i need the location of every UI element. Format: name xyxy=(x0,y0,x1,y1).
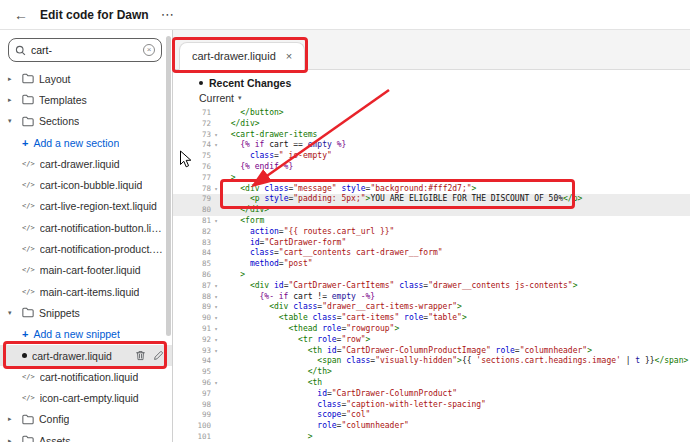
file-item-cart-drawer-liquid[interactable]: </>cart-drawer.liquid xyxy=(0,153,172,174)
fold-chevron-icon[interactable]: ▾ xyxy=(211,302,221,313)
file-item-icon-cart-empty-liquid[interactable]: </>icon-cart-empty.liquid xyxy=(0,387,172,408)
file-item-cart-notification-liquid[interactable]: </>cart-notification.liquid xyxy=(0,366,172,387)
code-line-94[interactable]: 94 <span class="visually-hidden">{{ 'sec… xyxy=(173,356,690,367)
code-text: > xyxy=(221,432,313,442)
code-text: <th id="CartDrawer-ColumnProductImage" r… xyxy=(221,346,592,357)
folder-item-templates[interactable]: ▸Templates xyxy=(0,89,172,110)
code-line-76[interactable]: 76 {% endif %} xyxy=(173,162,690,173)
code-line-79[interactable]: 79 <p style="padding: 5px;">YOU ARE ELIG… xyxy=(173,194,690,205)
close-tab-icon[interactable]: × xyxy=(286,50,292,62)
line-number: 86 xyxy=(187,270,211,281)
code-line-98[interactable]: 98 class="caption-with-letter-spacing" xyxy=(173,400,690,411)
fold-chevron-icon[interactable]: ▾ xyxy=(211,324,221,335)
fold-chevron-icon[interactable]: ▾ xyxy=(211,140,221,151)
fold-gutter xyxy=(211,356,221,367)
file-item-cart-live-region-text-liquid[interactable]: </>cart-live-region-text.liquid xyxy=(0,196,172,217)
code-line-97[interactable]: 97 id="CartDrawer-ColumnProduct" xyxy=(173,389,690,400)
folder-item-snippets[interactable]: ▾Snippets xyxy=(0,302,172,323)
code-line-73[interactable]: 73▾ <cart-drawer-items xyxy=(173,130,690,141)
code-line-74[interactable]: 74▾ {% if cart == empty %} xyxy=(173,140,690,151)
file-item-cart-notification-button-liquid[interactable]: </>cart-notification-button.liquid xyxy=(0,217,172,238)
file-item-cart-icon-bubble-liquid[interactable]: </>cart-icon-bubble.liquid xyxy=(0,174,172,195)
code-line-90[interactable]: 90▾ <table class="cart-items" role="tabl… xyxy=(173,313,690,324)
code-line-82[interactable]: 82 action="{{ routes.cart_url }}" xyxy=(173,227,690,238)
rename-file-icon[interactable] xyxy=(153,350,164,361)
code-line-85[interactable]: 85 method="post" xyxy=(173,259,690,270)
code-text: id="CartDrawer-form" xyxy=(221,238,346,249)
version-selector[interactable]: Current ▾ xyxy=(199,92,690,104)
code-line-91[interactable]: 91▾ <thead role="rowgroup"> xyxy=(173,324,690,335)
item-label: main-cart-footer.liquid xyxy=(40,264,141,276)
fold-chevron-icon[interactable]: ▾ xyxy=(211,335,221,346)
item-label: Add a new snippet xyxy=(33,328,119,340)
item-label: Templates xyxy=(39,94,87,106)
code-line-71[interactable]: 71 </button> xyxy=(173,108,690,119)
code-line-96[interactable]: 96▾ <th xyxy=(173,378,690,389)
code-line-87[interactable]: 87▾ <div id="CartDrawer-CartItems" class… xyxy=(173,281,690,292)
tab-cart-drawer-liquid[interactable]: cart-drawer.liquid × xyxy=(179,42,305,70)
code-text: </div> xyxy=(221,205,269,216)
code-line-101[interactable]: 101 > xyxy=(173,432,690,442)
code-area[interactable]: 71 </button>72 </div>73▾ <cart-drawer-it… xyxy=(173,106,690,442)
fold-gutter xyxy=(211,259,221,270)
fold-chevron-icon[interactable]: ▾ xyxy=(211,281,221,292)
code-line-72[interactable]: 72 </div> xyxy=(173,119,690,130)
code-line-92[interactable]: 92▾ <tr role="row"> xyxy=(173,335,690,346)
code-text: <p style="padding: 5px;">YOU ARE ELIGIBL… xyxy=(221,194,582,205)
file-search-box[interactable]: × xyxy=(8,38,162,62)
folder-item-assets[interactable]: ▸Assets xyxy=(0,430,172,442)
plus-icon: + xyxy=(22,328,28,340)
line-number: 71 xyxy=(187,108,211,119)
code-line-81[interactable]: 81▾ <form xyxy=(173,216,690,227)
code-line-80[interactable]: 80 </div> xyxy=(173,205,690,216)
line-number: 73 xyxy=(187,130,211,141)
folder-icon xyxy=(22,116,34,127)
file-item-cart-drawer-liquid[interactable]: cart-drawer.liquid xyxy=(0,345,172,366)
fold-chevron-icon[interactable]: ▾ xyxy=(211,313,221,324)
folder-item-layout[interactable]: ▸Layout xyxy=(0,68,172,89)
fold-chevron-icon[interactable]: ▾ xyxy=(211,216,221,227)
code-line-86[interactable]: 86 > xyxy=(173,270,690,281)
code-line-95[interactable]: 95 </th> xyxy=(173,367,690,378)
file-item-main-cart-footer-liquid[interactable]: </>main-cart-footer.liquid xyxy=(0,260,172,281)
code-line-78[interactable]: 78▾ <div class="message" style="backgrou… xyxy=(173,184,690,195)
code-line-83[interactable]: 83 id="CartDrawer-form" xyxy=(173,238,690,249)
more-options-icon[interactable]: ⋯ xyxy=(161,7,175,22)
delete-file-icon[interactable] xyxy=(135,350,146,361)
code-text: <table class="cart-items" role="table"> xyxy=(221,313,467,324)
add-item-add-a-new-section[interactable]: +Add a new section xyxy=(0,132,172,153)
clear-search-icon[interactable]: × xyxy=(143,44,155,56)
folder-item-config[interactable]: ▸Config xyxy=(0,409,172,430)
back-arrow-icon[interactable]: ← xyxy=(14,8,28,22)
code-line-89[interactable]: 89▾ <div class="drawer__cart-items-wrapp… xyxy=(173,302,690,313)
page-title: Edit code for Dawn xyxy=(40,8,149,22)
recent-changes-toggle[interactable]: Recent Changes xyxy=(199,77,690,89)
file-item-main-cart-items-liquid[interactable]: </>main-cart-items.liquid xyxy=(0,281,172,302)
item-label: icon-cart-empty.liquid xyxy=(40,392,139,404)
fold-chevron-icon[interactable]: ▾ xyxy=(211,346,221,357)
code-line-77[interactable]: 77 > xyxy=(173,173,690,184)
code-text: <tr role="row"> xyxy=(221,335,370,346)
line-number: 89 xyxy=(187,302,211,313)
add-item-add-a-new-snippet[interactable]: +Add a new snippet xyxy=(0,324,172,345)
search-input[interactable] xyxy=(31,44,138,56)
code-line-75[interactable]: 75 class=" is-empty" xyxy=(173,151,690,162)
fold-chevron-icon[interactable]: ▾ xyxy=(211,378,221,389)
folder-item-sections[interactable]: ▾Sections xyxy=(0,111,172,132)
line-number: 79 xyxy=(187,194,211,205)
sidebar-scrollbar[interactable] xyxy=(166,36,171,336)
fold-chevron-icon[interactable]: ▾ xyxy=(211,130,221,141)
code-text: </div> xyxy=(221,119,260,130)
code-line-88[interactable]: 88▾ {%- if cart != empty -%} xyxy=(173,292,690,303)
code-line-93[interactable]: 93▾ <th id="CartDrawer-ColumnProductImag… xyxy=(173,346,690,357)
file-item-cart-notification-product-liquid[interactable]: </>cart-notification-product.liquid xyxy=(0,238,172,259)
fold-chevron-icon[interactable]: ▾ xyxy=(211,292,221,303)
fold-chevron-icon[interactable]: ▾ xyxy=(211,184,221,195)
code-line-100[interactable]: 100 role="columnheader" xyxy=(173,421,690,432)
code-text: {% endif %} xyxy=(221,162,293,173)
code-line-84[interactable]: 84 class="cart__contents cart-drawer__fo… xyxy=(173,248,690,259)
code-text: <div class="drawer__cart-items-wrapper"> xyxy=(221,302,462,313)
code-line-99[interactable]: 99 scope="col" xyxy=(173,410,690,421)
modified-dot-icon xyxy=(22,353,27,358)
fold-gutter xyxy=(211,119,221,130)
